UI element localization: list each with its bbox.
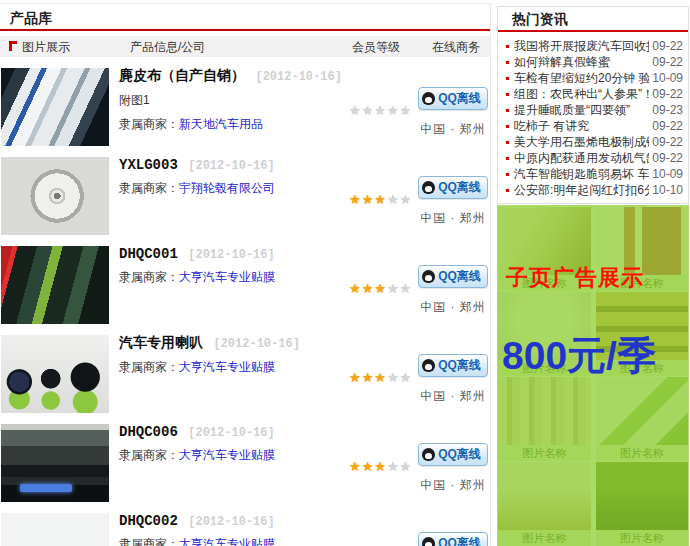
member-rating: ★★★★★ [349, 281, 412, 296]
product-date: [2012-10-16] [255, 70, 341, 84]
company-link[interactable]: 大亨汽车专业贴膜 [179, 360, 275, 374]
company-link[interactable]: 新天地汽车用品 [179, 117, 263, 131]
merchant-line: 隶属商家：大亨汽车专业贴膜 [119, 269, 347, 286]
table-row: DHQC006 [2012-10-16] 隶属商家：大亨汽车专业贴膜 ★★★★★… [0, 413, 490, 502]
merchant-label: 隶属商家： [119, 537, 179, 546]
product-info: DHQC002 [2012-10-16] 隶属商家：大亨汽车专业贴膜 [119, 511, 347, 546]
product-name-line: YXLG003 [2012-10-16] [119, 155, 347, 173]
location-text: 中国 · 郑州 [414, 121, 492, 138]
qq-penguin-icon [422, 92, 435, 105]
product-name[interactable]: DHQC001 [119, 246, 178, 262]
news-item[interactable]: 公安部:明年起闯红灯扣6分 挡10-10 [506, 182, 683, 198]
news-item[interactable]: 如何辩解真假蜂蜜09-22 [506, 54, 683, 70]
qq-offline-button[interactable]: QQ离线 [418, 532, 488, 546]
ad-promo-text: 子页广告展示 [506, 263, 644, 293]
member-rating: ★★★★★ [349, 459, 412, 474]
company-link[interactable]: 大亨汽车专业贴膜 [179, 448, 275, 462]
news-item[interactable]: 吃柿子 有讲究09-22 [506, 118, 683, 134]
product-library-panel: 产品库 图片展示 产品信息/公司 会员等级 在线商务 麂皮布（自产自销） [20… [0, 0, 490, 546]
product-thumbnail[interactable] [1, 246, 109, 324]
product-name-line: DHQC001 [2012-10-16] [119, 244, 347, 262]
news-item[interactable]: 汽车智能钥匙脆弱易坏 车主需10-09 [506, 166, 683, 182]
table-row: DHQC002 [2012-10-16] 隶属商家：大亨汽车专业贴膜 ★★★★★… [0, 502, 490, 546]
qq-offline-button[interactable]: QQ离线 [418, 354, 488, 377]
product-name[interactable]: YXLG003 [119, 157, 178, 173]
qq-penguin-icon [422, 537, 435, 546]
bullet-icon [506, 77, 509, 80]
product-info: 汽车专用喇叭 [2012-10-16] 隶属商家：大亨汽车专业贴膜 [119, 333, 347, 376]
product-date: [2012-10-16] [188, 515, 274, 529]
location-text: 中国 · 郑州 [414, 210, 492, 227]
location-text: 中国 · 郑州 [414, 299, 492, 316]
product-date: [2012-10-16] [188, 159, 274, 173]
member-rating: ★★★★★ [349, 103, 412, 118]
table-row: YXLG003 [2012-10-16] 隶属商家：宇翔轮毂有限公司 ★★★★★… [0, 146, 490, 235]
location-text: 中国 · 郑州 [414, 477, 492, 494]
product-thumbnail[interactable] [1, 335, 109, 413]
company-link[interactable]: 大亨汽车专业贴膜 [179, 537, 275, 546]
merchant-label: 隶属商家： [119, 117, 179, 131]
merchant-label: 隶属商家： [119, 270, 179, 284]
news-item[interactable]: 提升睡眠质量“四要领”09-23 [506, 102, 683, 118]
qq-offline-button[interactable]: QQ离线 [418, 176, 488, 199]
company-link[interactable]: 宇翔轮毂有限公司 [179, 181, 275, 195]
news-sidebar: 热门资讯 我国将开展报废汽车回收拆解09-22 如何辩解真假蜂蜜09-22 车检… [497, 6, 689, 546]
qq-offline-button[interactable]: QQ离线 [418, 443, 488, 466]
column-header-info: 产品信息/公司 [130, 39, 205, 56]
qq-offline-button[interactable]: QQ离线 [418, 87, 488, 110]
product-info: 麂皮布（自产自销） [2012-10-16] 附图1 隶属商家：新天地汽车用品 [119, 66, 347, 133]
corner-arrow-icon [9, 41, 17, 51]
qq-offline-button[interactable]: QQ离线 [418, 265, 488, 288]
product-name[interactable]: DHQC002 [119, 513, 178, 529]
online-business-cell: QQ离线 中国 · 郑州 [414, 265, 492, 316]
hot-news-box: 热门资讯 我国将开展报废汽车回收拆解09-22 如何辩解真假蜂蜜09-22 车检… [497, 6, 689, 204]
news-item[interactable]: 车检有望缩短约20分钟 验车将10-09 [506, 70, 683, 86]
company-link[interactable]: 大亨汽车专业贴膜 [179, 270, 275, 284]
news-item[interactable]: 中原内配获通用发动机气缸套09-22 [506, 150, 683, 166]
bullet-icon [506, 93, 509, 96]
bullet-icon [506, 189, 509, 192]
qq-penguin-icon [422, 270, 435, 283]
merchant-label: 隶属商家： [119, 360, 179, 374]
bullet-icon [506, 125, 509, 128]
product-name[interactable]: 汽车专用喇叭 [119, 335, 203, 351]
table-row: 汽车专用喇叭 [2012-10-16] 隶属商家：大亨汽车专业贴膜 ★★★★★ … [0, 324, 490, 413]
online-business-cell: QQ离线 中国 · 郑州 [414, 354, 492, 405]
news-item[interactable]: 美大学用石墨烯电极制成锂电09-22 [506, 134, 683, 150]
news-list: 我国将开展报废汽车回收拆解09-22 如何辩解真假蜂蜜09-22 车检有望缩短约… [498, 32, 688, 203]
bullet-icon [506, 173, 509, 176]
news-title: 热门资讯 [498, 7, 688, 32]
qq-penguin-icon [422, 181, 435, 194]
product-name[interactable]: DHQC006 [119, 424, 178, 440]
ad-price-text: 800元/季 [502, 329, 656, 383]
product-date: [2012-10-16] [188, 248, 274, 262]
online-business-cell: QQ离线 中国 · 郑州 [414, 87, 492, 138]
product-name-line: 麂皮布（自产自销） [2012-10-16] [119, 66, 347, 85]
location-text: 中国 · 郑州 [414, 388, 492, 405]
merchant-line: 隶属商家：新天地汽车用品 [119, 116, 347, 133]
product-name[interactable]: 麂皮布（自产自销） [119, 68, 245, 84]
member-rating: ★★★★★ [349, 370, 412, 385]
news-item[interactable]: 组图：农民种出“人参果”！09-22 [506, 86, 683, 102]
news-item[interactable]: 我国将开展报废汽车回收拆解09-22 [506, 38, 683, 54]
panel-divider [490, 3, 491, 546]
product-info: DHQC006 [2012-10-16] 隶属商家：大亨汽车专业贴膜 [119, 422, 347, 464]
qq-penguin-icon [422, 359, 435, 372]
column-header-image: 图片展示 [22, 39, 70, 56]
bullet-icon [506, 45, 509, 48]
product-thumbnail[interactable] [1, 424, 109, 502]
product-info: DHQC001 [2012-10-16] 隶属商家：大亨汽车专业贴膜 [119, 244, 347, 286]
merchant-line: 隶属商家：大亨汽车专业贴膜 [119, 359, 347, 376]
product-thumbnail[interactable] [1, 157, 109, 235]
product-thumbnail[interactable] [1, 68, 109, 146]
product-thumbnail[interactable] [1, 513, 109, 546]
bullet-icon [506, 61, 509, 64]
product-name-line: DHQC002 [2012-10-16] [119, 511, 347, 529]
merchant-line: 隶属商家：大亨汽车专业贴膜 [119, 447, 347, 464]
sidebar-ad-banner[interactable]: 图片名称 图片名称 图片名称 图片名称 图片名称 图片名称 图片名称 图片名称 … [497, 205, 689, 546]
product-info: YXLG003 [2012-10-16] 隶属商家：宇翔轮毂有限公司 [119, 155, 347, 197]
member-rating: ★★★★★ [349, 192, 412, 207]
merchant-label: 隶属商家： [119, 181, 179, 195]
merchant-line: 隶属商家：大亨汽车专业贴膜 [119, 536, 347, 546]
product-list: 麂皮布（自产自销） [2012-10-16] 附图1 隶属商家：新天地汽车用品 … [0, 57, 490, 546]
